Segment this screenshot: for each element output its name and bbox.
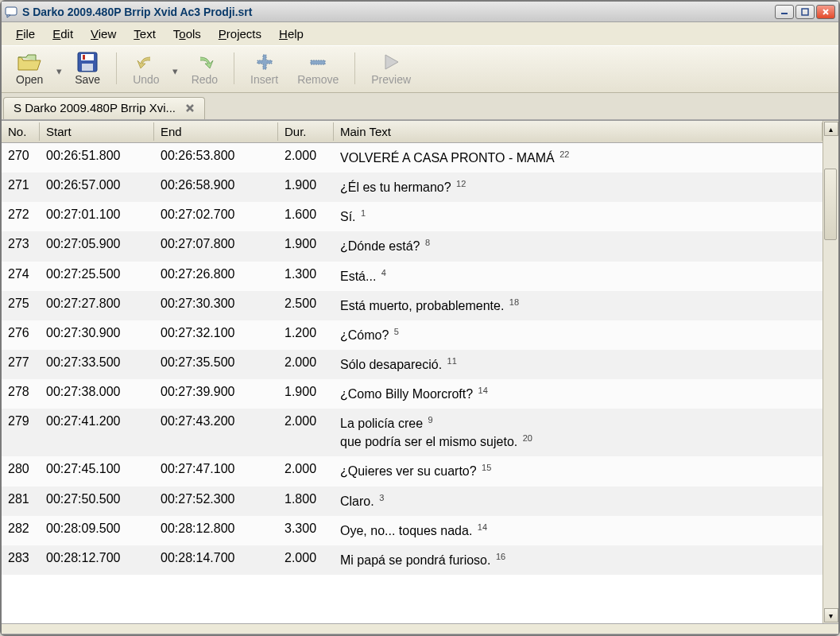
cell-no: 277	[2, 350, 40, 375]
cell-dur: 2.000	[278, 350, 334, 375]
scrollbar-track[interactable]	[823, 137, 838, 607]
cell-no: 275	[2, 291, 40, 316]
save-button[interactable]: Save	[67, 49, 108, 87]
table-row[interactable]: 28000:27:45.10000:27:47.1002.000¿Quieres…	[2, 456, 823, 486]
svg-rect-0	[6, 7, 17, 15]
table-row[interactable]: 27800:27:38.00000:27:39.9001.900¿Como Bi…	[2, 379, 823, 409]
cell-main-text: ¿Cómo? 5	[334, 320, 823, 350]
minimize-button[interactable]	[775, 5, 794, 19]
undo-icon	[136, 51, 157, 73]
table-row[interactable]: 27000:26:51.80000:26:53.8002.000VOLVERÉ …	[2, 143, 823, 173]
cell-end: 00:27:02.700	[154, 202, 278, 227]
menu-tools[interactable]: Tools	[167, 25, 207, 42]
svg-rect-9	[311, 60, 325, 64]
undo-button[interactable]: Undo	[125, 49, 167, 87]
cell-dur: 1.900	[278, 231, 334, 257]
cell-no: 280	[2, 456, 40, 482]
scroll-up-icon[interactable]: ▴	[824, 122, 838, 136]
col-no[interactable]: No.	[2, 122, 40, 141]
insert-button[interactable]: Insert	[242, 49, 286, 87]
cell-end: 00:27:07.800	[154, 231, 278, 257]
col-end[interactable]: End	[154, 122, 278, 141]
table-row[interactable]: 27100:26:57.00000:26:58.9001.900¿Él es t…	[2, 173, 823, 202]
cell-start: 00:27:25.500	[40, 262, 154, 287]
menu-view[interactable]: View	[84, 25, 122, 42]
table-row[interactable]: 27300:27:05.90000:27:07.8001.900¿Dónde e…	[2, 231, 823, 261]
col-start[interactable]: Start	[40, 122, 154, 141]
cell-start: 00:27:45.100	[40, 456, 154, 482]
cell-end: 00:27:26.800	[154, 262, 278, 287]
floppy-disk-icon	[76, 51, 99, 73]
cell-start: 00:27:33.500	[40, 350, 154, 375]
close-button[interactable]	[816, 5, 835, 19]
table-row[interactable]: 28200:28:09.50000:28:12.8003.300Oye, no.…	[2, 516, 823, 545]
cell-dur: 1.800	[278, 487, 334, 512]
cell-dur: 2.500	[278, 291, 334, 316]
table-row[interactable]: 28100:27:50.50000:27:52.3001.800Claro. 3	[2, 487, 823, 516]
cell-start: 00:28:12.700	[40, 545, 154, 571]
titlebar: S Darko 2009.480P Brrip Xvid Ac3 Prodji.…	[2, 2, 838, 22]
menu-edit[interactable]: Edit	[46, 25, 79, 42]
undo-dropdown[interactable]: ▾	[171, 60, 180, 77]
cell-dur: 1.600	[278, 202, 334, 227]
tabstrip: S Darko 2009.480P Brrip Xvi...	[2, 93, 838, 120]
cell-end: 00:27:43.200	[154, 409, 278, 434]
menu-text[interactable]: Text	[127, 25, 162, 42]
cell-start: 00:27:30.900	[40, 320, 154, 346]
table-header: No. Start End Dur. Main Text	[2, 121, 823, 143]
window-controls	[775, 5, 835, 19]
col-main[interactable]: Main Text	[334, 122, 823, 141]
cell-main-text: Mi papá se pondrá furioso. 16	[334, 545, 823, 575]
preview-button[interactable]: Preview	[363, 49, 419, 87]
cell-main-text: ¿Como Billy Moorcroft? 14	[334, 379, 823, 409]
cell-end: 00:26:53.800	[154, 143, 278, 169]
menu-projects[interactable]: Projects	[212, 25, 268, 42]
cell-no: 281	[2, 487, 40, 512]
menu-help[interactable]: Help	[273, 25, 310, 42]
cell-dur: 2.000	[278, 545, 334, 571]
cell-main-text: VOLVERÉ A CASA PRONTO - MAMÁ 22	[334, 143, 823, 173]
table-row[interactable]: 28300:28:12.70000:28:14.7002.000Mi papá …	[2, 545, 823, 575]
plus-icon	[254, 51, 275, 73]
table-row[interactable]: 27200:27:01.10000:27:02.7001.600Sí. 1	[2, 202, 823, 231]
open-button[interactable]: Open	[8, 49, 51, 87]
cell-main-text: La policía cree 9que podría ser el mismo…	[334, 409, 823, 456]
close-icon[interactable]	[184, 102, 196, 114]
menu-file[interactable]: File	[10, 25, 41, 42]
open-label: Open	[16, 73, 43, 86]
cell-no: 271	[2, 173, 40, 198]
col-dur[interactable]: Dur.	[278, 122, 334, 141]
app-window: S Darko 2009.480P Brrip Xvid Ac3 Prodji.…	[0, 0, 840, 636]
scrollbar-thumb[interactable]	[824, 169, 837, 240]
cell-end: 00:27:35.500	[154, 350, 278, 375]
table-row[interactable]: 27600:27:30.90000:27:32.1001.200¿Cómo? 5	[2, 320, 823, 350]
vertical-scrollbar[interactable]: ▴ ▾	[823, 121, 838, 623]
table-row[interactable]: 27900:27:41.20000:27:43.2002.000La polic…	[2, 409, 823, 456]
maximize-button[interactable]	[795, 5, 815, 19]
cell-main-text: Sólo desapareció. 11	[334, 350, 823, 379]
subtitle-table: No. Start End Dur. Main Text 27000:26:51…	[2, 120, 838, 623]
folder-open-icon	[17, 51, 42, 73]
tab-label: S Darko 2009.480P Brrip Xvi...	[14, 101, 176, 114]
svg-rect-7	[83, 55, 85, 60]
cell-main-text: ¿Él es tu hermano? 12	[334, 173, 823, 202]
remove-button[interactable]: Remove	[289, 49, 346, 87]
cell-no: 282	[2, 516, 40, 541]
table-row[interactable]: 27700:27:33.50000:27:35.5002.000Sólo des…	[2, 350, 823, 379]
cell-start: 00:27:38.000	[40, 379, 154, 405]
insert-label: Insert	[250, 73, 278, 86]
cell-main-text: Oye, no... toques nada. 14	[334, 516, 823, 545]
redo-button[interactable]: Redo	[184, 49, 226, 87]
undo-label: Undo	[133, 73, 159, 86]
svg-rect-8	[82, 64, 93, 71]
scroll-down-icon[interactable]: ▾	[824, 608, 838, 622]
cell-main-text: ¿Quieres ver su cuarto? 15	[334, 456, 823, 486]
cell-no: 279	[2, 409, 40, 434]
statusbar	[2, 623, 838, 634]
cell-no: 273	[2, 231, 40, 257]
table-row[interactable]: 27400:27:25.50000:27:26.8001.300Está... …	[2, 262, 823, 291]
open-dropdown[interactable]: ▾	[54, 60, 64, 77]
save-label: Save	[75, 73, 100, 86]
table-row[interactable]: 27500:27:27.80000:27:30.3002.500Está mue…	[2, 291, 823, 320]
tab-file[interactable]: S Darko 2009.480P Brrip Xvi...	[3, 97, 205, 119]
